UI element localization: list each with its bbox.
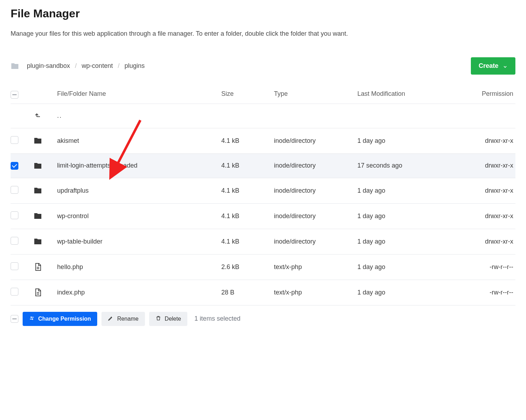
file-icon	[34, 288, 57, 297]
table-row[interactable]: index.php28 Btext/x-php1 day ago-rw-r--r…	[11, 280, 515, 305]
folder-icon	[34, 212, 57, 220]
row-checkbox[interactable]	[11, 288, 18, 296]
breadcrumb-item[interactable]: plugin-sandbox	[27, 62, 70, 70]
folder-icon	[11, 62, 19, 70]
table-row[interactable]: wp-table-builder4.1 kBinode/directory1 d…	[11, 229, 515, 254]
parent-directory-label: ..	[57, 104, 221, 128]
folder-icon	[34, 237, 57, 246]
parent-directory-row[interactable]: ..	[11, 104, 515, 128]
table-row[interactable]: limit-login-attempts-reloaded4.1 kBinode…	[11, 153, 515, 178]
table-row[interactable]: akismet4.1 kBinode/directory1 day agodrw…	[11, 128, 515, 153]
rename-label: Rename	[117, 316, 138, 322]
file-modified: 1 day ago	[357, 128, 467, 153]
footer-select-checkbox[interactable]	[11, 315, 18, 323]
create-button-label: Create	[479, 62, 498, 70]
breadcrumb-item[interactable]: plugins	[124, 62, 145, 70]
file-type: inode/directory	[274, 229, 357, 254]
file-name: limit-login-attempts-reloaded	[57, 153, 221, 178]
row-checkbox[interactable]	[11, 162, 18, 170]
file-modified: 1 day ago	[357, 203, 467, 229]
file-name: hello.php	[57, 254, 221, 280]
file-type: inode/directory	[274, 178, 357, 203]
file-table: File/Folder Name Size Type Last Modifica…	[11, 84, 515, 305]
file-permission: -rw-r--r--	[467, 254, 515, 280]
file-type: text/x-php	[274, 254, 357, 280]
table-row[interactable]: hello.php2.6 kBtext/x-php1 day ago-rw-r-…	[11, 254, 515, 280]
file-permission: drwxr-xr-x	[467, 203, 515, 229]
trash-icon	[156, 315, 161, 322]
file-type: inode/directory	[274, 128, 357, 153]
file-name: akismet	[57, 128, 221, 153]
change-permission-button[interactable]: Change Permission	[23, 312, 97, 326]
folder-icon	[34, 186, 57, 195]
change-permission-label: Change Permission	[38, 316, 91, 322]
column-header-permission[interactable]: Permission	[467, 84, 515, 104]
file-size: 4.1 kB	[221, 128, 274, 153]
file-name: index.php	[57, 280, 221, 305]
file-name: updraftplus	[57, 178, 221, 203]
file-type: inode/directory	[274, 203, 357, 229]
breadcrumb-separator: /	[75, 62, 77, 70]
file-size: 4.1 kB	[221, 153, 274, 178]
file-size: 4.1 kB	[221, 203, 274, 229]
delete-button[interactable]: Delete	[149, 312, 187, 326]
folder-icon	[34, 162, 57, 170]
file-modified: 1 day ago	[357, 280, 467, 305]
breadcrumb-separator: /	[118, 62, 119, 70]
delete-label: Delete	[165, 316, 181, 322]
breadcrumb-item[interactable]: wp-content	[82, 62, 113, 70]
file-permission: drwxr-xr-x	[467, 229, 515, 254]
page-title: File Manager	[11, 7, 515, 20]
column-header-name[interactable]: File/Folder Name	[57, 84, 221, 104]
select-all-checkbox[interactable]	[11, 91, 18, 99]
file-size: 2.6 kB	[221, 254, 274, 280]
file-modified: 17 seconds ago	[357, 153, 467, 178]
file-type: text/x-php	[274, 280, 357, 305]
row-checkbox[interactable]	[11, 262, 18, 270]
row-checkbox[interactable]	[11, 186, 18, 194]
row-checkbox[interactable]	[11, 211, 18, 219]
file-modified: 1 day ago	[357, 178, 467, 203]
rename-button[interactable]: Rename	[101, 312, 145, 326]
page-subtitle: Manage your files for this web applicati…	[11, 30, 515, 37]
file-name: wp-crontrol	[57, 203, 221, 229]
up-arrow-icon	[34, 112, 57, 120]
chevron-down-icon	[503, 64, 508, 69]
table-row[interactable]: updraftplus4.1 kBinode/directory1 day ag…	[11, 178, 515, 203]
file-size: 4.1 kB	[221, 229, 274, 254]
selection-status: 1 items selected	[194, 315, 240, 322]
file-modified: 1 day ago	[357, 254, 467, 280]
file-permission: drwxr-xr-x	[467, 128, 515, 153]
pencil-icon	[108, 315, 113, 322]
folder-icon	[34, 136, 57, 145]
file-icon	[34, 263, 57, 271]
table-row[interactable]: wp-crontrol4.1 kBinode/directory1 day ag…	[11, 203, 515, 229]
row-checkbox[interactable]	[11, 136, 18, 144]
file-size: 4.1 kB	[221, 178, 274, 203]
file-permission: drwxr-xr-x	[467, 153, 515, 178]
column-header-modified[interactable]: Last Modification	[357, 84, 467, 104]
file-size: 28 B	[221, 280, 274, 305]
file-modified: 1 day ago	[357, 229, 467, 254]
file-permission: drwxr-xr-x	[467, 178, 515, 203]
row-checkbox[interactable]	[11, 237, 18, 245]
file-type: inode/directory	[274, 153, 357, 178]
create-button[interactable]: Create	[471, 57, 515, 75]
file-permission: -rw-r--r--	[467, 280, 515, 305]
swap-icon	[29, 315, 35, 322]
column-header-size[interactable]: Size	[221, 84, 274, 104]
file-name: wp-table-builder	[57, 229, 221, 254]
column-header-type[interactable]: Type	[274, 84, 357, 104]
breadcrumb: plugin-sandbox / wp-content / plugins	[11, 62, 145, 70]
